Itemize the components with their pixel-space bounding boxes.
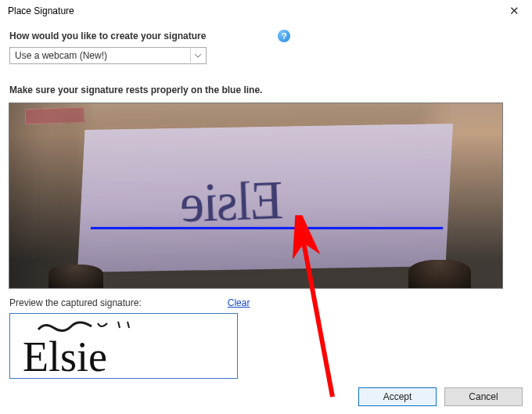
- close-icon[interactable]: ✕: [503, 2, 526, 20]
- webcam-instruction: Make sure your signature rests properly …: [9, 85, 523, 95]
- alignment-line: [91, 227, 443, 229]
- signature-preview: Elsie: [9, 313, 238, 379]
- cancel-button[interactable]: Cancel: [444, 387, 523, 406]
- chevron-down-icon: [190, 49, 204, 63]
- accept-button-label: Accept: [383, 391, 412, 402]
- create-method-dropdown[interactable]: Use a webcam (New!): [9, 47, 207, 64]
- camera-prop-tape: [25, 107, 85, 125]
- cancel-button-label: Cancel: [469, 391, 498, 402]
- camera-hand: [49, 265, 103, 288]
- handwritten-signature-preview: Elsie: [23, 333, 107, 379]
- create-signature-label: How would you like to create your signat…: [9, 31, 206, 41]
- preview-label: Preview the captured signature:: [9, 297, 142, 308]
- accept-button[interactable]: Accept: [358, 387, 437, 406]
- camera-hand: [408, 260, 471, 288]
- handwritten-signature-camera: Elsie: [181, 169, 285, 235]
- preview-artifact: [37, 319, 162, 333]
- help-icon[interactable]: ?: [278, 30, 290, 42]
- dialog-button-bar: Accept Cancel: [358, 387, 523, 406]
- clear-link[interactable]: Clear: [228, 297, 250, 308]
- title-bar: Place Signature ✕: [0, 0, 532, 22]
- dropdown-selected-value: Use a webcam (New!): [15, 50, 107, 61]
- webcam-preview: Elsie: [9, 103, 502, 288]
- window-title: Place Signature: [8, 5, 74, 16]
